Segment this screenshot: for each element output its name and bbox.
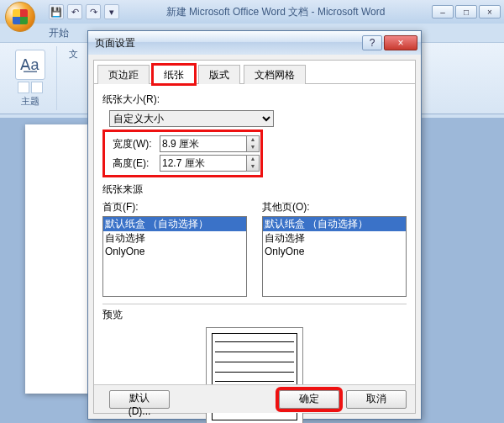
list-item[interactable]: 自动选择 (103, 231, 246, 246)
dialog-tabs: 页边距 纸张 版式 文档网格 (94, 64, 415, 84)
list-item[interactable]: OnlyOne (263, 246, 406, 257)
default-button[interactable]: 默认(D)... (109, 390, 170, 409)
maximize-button[interactable]: □ (455, 5, 477, 19)
tab-layout[interactable]: 版式 (198, 65, 240, 84)
list-item[interactable]: OnlyOne (103, 246, 246, 257)
color-swatch[interactable] (18, 82, 29, 93)
ribbon-group-theme: A͟a 主题 (3, 46, 57, 110)
quick-access-toolbar: 💾 ↶ ↷ ▾ (49, 4, 119, 19)
cancel-button[interactable]: 取消 (346, 390, 407, 409)
list-item[interactable]: 自动选择 (263, 231, 406, 246)
first-page-label: 首页(F): (102, 200, 247, 214)
color-swatch[interactable] (31, 82, 43, 93)
dialog-title: 页面设置 (92, 36, 362, 50)
undo-icon[interactable]: ↶ (67, 4, 82, 19)
preview-label: 预览 (102, 308, 407, 322)
paper-source-label: 纸张来源 (102, 182, 407, 197)
height-input[interactable] (160, 155, 247, 172)
ribbon-group-label: 文 (60, 48, 87, 61)
height-label: 高度(E): (106, 156, 160, 171)
tab-content-paper: 纸张大小(R): 自定义大小 宽度(W): ▲▼ 高度(E): ▲▼ 纸张来源 (94, 84, 415, 423)
ribbon-group-text: 文 (57, 46, 91, 110)
office-button[interactable] (5, 2, 35, 32)
width-input[interactable] (160, 135, 247, 152)
dialog-titlebar: 页面设置 ? × (88, 31, 421, 55)
dialog-close-button[interactable]: × (384, 35, 417, 50)
paper-size-combo[interactable]: 自定义大小 (109, 110, 274, 127)
ribbon-group-label: 主题 (7, 95, 53, 108)
list-item[interactable]: 默认纸盒 （自动选择） (103, 217, 246, 231)
ribbon-tab-home[interactable]: 开始 (40, 24, 77, 42)
width-label: 宽度(W): (106, 137, 160, 151)
tab-margins[interactable]: 页边距 (97, 65, 150, 84)
tab-grid[interactable]: 文档网格 (244, 65, 306, 84)
dialog-button-bar: 默认(D)... 确定 取消 (94, 384, 415, 413)
theme-icon[interactable]: A͟a (15, 50, 45, 80)
redo-icon[interactable]: ↷ (86, 4, 101, 19)
minimize-button[interactable]: – (432, 5, 454, 19)
other-pages-listbox[interactable]: 默认纸盒 （自动选择） 自动选择 OnlyOne (262, 216, 407, 297)
page-setup-dialog: 页面设置 ? × 页边距 纸张 版式 文档网格 纸张大小(R): 自定义大小 宽… (87, 30, 422, 420)
list-item[interactable]: 默认纸盒 （自动选择） (263, 217, 406, 231)
paper-size-label: 纸张大小(R): (102, 93, 407, 107)
titlebar: 💾 ↶ ↷ ▾ 新建 Microsoft Office Word 文档 - Mi… (0, 0, 504, 24)
first-page-listbox[interactable]: 默认纸盒 （自动选择） 自动选择 OnlyOne (102, 216, 247, 297)
dialog-help-button[interactable]: ? (362, 35, 382, 50)
width-spinner[interactable]: ▲▼ (246, 135, 260, 152)
window-controls: – □ × (432, 5, 501, 19)
window-title: 新建 Microsoft Office Word 文档 - Microsoft … (119, 5, 432, 19)
dialog-body: 页边距 纸张 版式 文档网格 纸张大小(R): 自定义大小 宽度(W): ▲▼ … (93, 60, 416, 414)
close-button[interactable]: × (479, 5, 501, 19)
ok-button[interactable]: 确定 (279, 390, 339, 409)
tab-paper[interactable]: 纸张 (153, 65, 195, 84)
save-icon[interactable]: 💾 (49, 4, 64, 19)
height-spinner[interactable]: ▲▼ (246, 155, 260, 172)
qat-more-icon[interactable]: ▾ (104, 4, 119, 19)
other-pages-label: 其他页(O): (262, 200, 407, 214)
